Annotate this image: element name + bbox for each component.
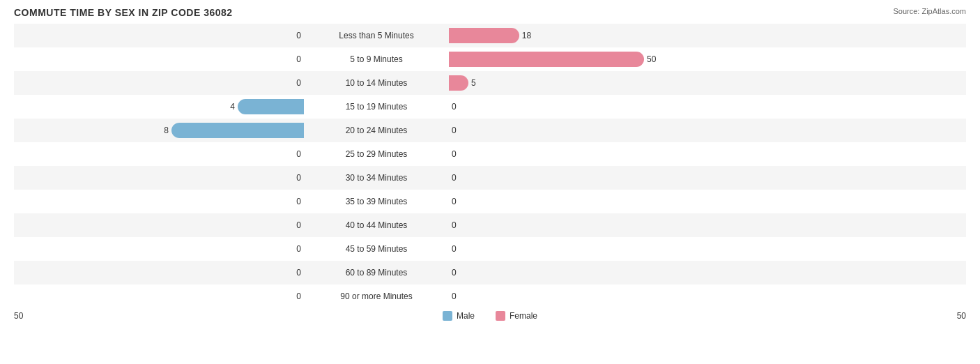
- left-section: 0: [14, 146, 307, 162]
- male-value: 0: [289, 54, 301, 64]
- right-section: 0: [446, 265, 739, 280]
- male-value: 0: [289, 244, 301, 254]
- male-value: 0: [289, 197, 301, 206]
- legend-female: Female: [496, 311, 537, 321]
- right-section: 5: [446, 75, 739, 91]
- chart-title: COMMUTE TIME BY SEX IN ZIP CODE 36082: [14, 7, 966, 18]
- table-row: 0 10 to 14 Minutes 5: [14, 71, 966, 95]
- source-label: Source: ZipAtlas.com: [893, 7, 966, 15]
- axis-right-label: 50: [673, 311, 966, 321]
- female-value: 0: [452, 173, 464, 183]
- table-row: 0 35 to 39 Minutes 0: [14, 190, 966, 213]
- table-row: 0 30 to 34 Minutes 0: [14, 166, 966, 190]
- female-value: 0: [452, 102, 464, 112]
- left-section: 0: [14, 75, 307, 91]
- female-value: 5: [471, 78, 484, 88]
- left-section: 0: [14, 52, 307, 67]
- row-label: 35 to 39 Minutes: [307, 197, 446, 206]
- female-value: 0: [452, 268, 464, 278]
- row-label: Less than 5 Minutes: [307, 31, 446, 40]
- legend: Male Female: [420, 311, 560, 321]
- male-bar: [171, 123, 304, 138]
- right-section: 0: [446, 218, 739, 233]
- right-section: 50: [446, 52, 739, 67]
- male-value: 0: [289, 149, 301, 159]
- table-row: 4 15 to 19 Minutes 0: [14, 95, 966, 119]
- female-value: 0: [452, 149, 464, 159]
- male-value: 0: [289, 268, 301, 278]
- legend-female-label: Female: [510, 311, 537, 321]
- female-bar: [449, 52, 644, 67]
- row-label: 30 to 34 Minutes: [307, 173, 446, 183]
- male-bar: [238, 99, 304, 114]
- table-row: 0 5 to 9 Minutes 50: [14, 47, 966, 71]
- left-section: 4: [14, 99, 307, 114]
- table-row: 0 40 to 44 Minutes 0: [14, 213, 966, 237]
- row-label: 5 to 9 Minutes: [307, 54, 446, 64]
- right-section: 0: [446, 170, 739, 185]
- row-label: 40 to 44 Minutes: [307, 220, 446, 230]
- table-row: 0 Less than 5 Minutes 18: [14, 24, 966, 47]
- male-color-swatch: [443, 311, 452, 321]
- male-value: 0: [289, 220, 301, 230]
- male-value: 4: [222, 102, 235, 112]
- left-section: 0: [14, 28, 307, 43]
- right-section: 0: [446, 123, 739, 138]
- table-row: 8 20 to 24 Minutes 0: [14, 119, 966, 142]
- table-row: 0 25 to 29 Minutes 0: [14, 142, 966, 166]
- row-label: 60 to 89 Minutes: [307, 268, 446, 278]
- male-value: 8: [156, 126, 169, 135]
- female-value: 18: [522, 31, 535, 40]
- chart-container: COMMUTE TIME BY SEX IN ZIP CODE 36082 So…: [0, 0, 980, 364]
- row-label: 10 to 14 Minutes: [307, 78, 446, 88]
- male-value: 0: [289, 291, 301, 301]
- male-value: 0: [289, 31, 301, 40]
- table-row: 0 45 to 59 Minutes 0: [14, 237, 966, 261]
- legend-male-label: Male: [457, 311, 475, 321]
- right-section: 18: [446, 28, 739, 43]
- left-section: 8: [14, 123, 307, 138]
- right-section: 0: [446, 146, 739, 162]
- left-section: 0: [14, 218, 307, 233]
- female-bar: [449, 75, 468, 91]
- left-section: 0: [14, 170, 307, 185]
- female-value: 0: [452, 197, 464, 206]
- row-label: 25 to 29 Minutes: [307, 149, 446, 159]
- row-label: 15 to 19 Minutes: [307, 102, 446, 112]
- left-section: 0: [14, 265, 307, 280]
- female-value: 50: [647, 54, 659, 64]
- axis-bottom: 50 Male Female 50: [14, 308, 966, 321]
- axis-left-label: 50: [14, 311, 307, 321]
- table-row: 0 60 to 89 Minutes 0: [14, 261, 966, 285]
- male-value: 0: [289, 173, 301, 183]
- right-section: 0: [446, 241, 739, 257]
- legend-male: Male: [443, 311, 475, 321]
- table-row: 0 90 or more Minutes 0: [14, 285, 966, 308]
- female-value: 0: [452, 220, 464, 230]
- female-value: 0: [452, 244, 464, 254]
- left-section: 0: [14, 241, 307, 257]
- left-section: 0: [14, 289, 307, 304]
- row-label: 45 to 59 Minutes: [307, 244, 446, 254]
- right-section: 0: [446, 194, 739, 209]
- chart-area: 0 Less than 5 Minutes 18 0 5 to 9 Minute…: [14, 24, 966, 308]
- female-color-swatch: [496, 311, 505, 321]
- right-section: 0: [446, 289, 739, 304]
- female-bar: [449, 28, 519, 43]
- female-value: 0: [452, 126, 464, 135]
- left-section: 0: [14, 194, 307, 209]
- right-section: 0: [446, 99, 739, 114]
- female-value: 0: [452, 291, 464, 301]
- row-label: 20 to 24 Minutes: [307, 126, 446, 135]
- male-value: 0: [289, 78, 301, 88]
- row-label: 90 or more Minutes: [307, 291, 446, 301]
